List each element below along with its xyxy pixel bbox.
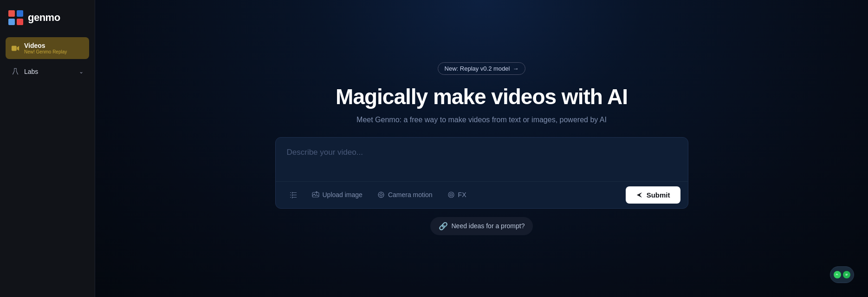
svg-rect-0 (8, 10, 15, 17)
svg-point-8 (380, 194, 382, 196)
send-icon (636, 191, 643, 198)
videos-nav-badge: New! Genmo Replay (24, 49, 67, 54)
chat-icon-2 (843, 271, 850, 278)
adjust-button[interactable] (283, 187, 304, 202)
submit-button[interactable]: Submit (626, 186, 680, 204)
sidebar-item-labs[interactable]: Labs ⌄ (6, 63, 89, 80)
svg-point-13 (845, 273, 849, 277)
sidebar: genmo Videos New! Genmo Replay Labs ⌄ (0, 0, 95, 297)
page-title: Magically make videos with AI (336, 84, 628, 109)
camera-motion-button[interactable]: Camera motion (371, 187, 439, 202)
logo-text: genmo (28, 12, 60, 24)
chevron-down-icon: ⌄ (79, 68, 84, 75)
labs-nav-label: Labs (24, 68, 38, 75)
upload-image-label: Upload image (323, 191, 363, 198)
chat-icon-1 (834, 271, 841, 278)
camera-motion-icon (377, 191, 385, 198)
chat-widget[interactable] (830, 266, 854, 283)
video-icon (11, 44, 19, 53)
genmo-logo-icon (7, 9, 24, 26)
upload-image-icon (312, 191, 319, 198)
labs-nav-left: Labs (11, 67, 38, 76)
input-container: Upload image Camera motion FX (275, 137, 688, 209)
toolbar: Upload image Camera motion FX (276, 181, 688, 208)
camera-motion-label: Camera motion (388, 191, 433, 198)
videos-nav-label: Videos (24, 42, 67, 49)
svg-rect-3 (17, 19, 23, 25)
badge-arrow: → (512, 65, 518, 72)
videos-nav-content: Videos New! Genmo Replay (24, 42, 67, 54)
fx-label: FX (458, 191, 466, 198)
svg-rect-4 (12, 46, 17, 51)
new-model-badge[interactable]: New: Replay v0.2 model → (438, 62, 526, 75)
svg-rect-2 (8, 19, 15, 25)
upload-image-button[interactable]: Upload image (305, 187, 369, 202)
svg-rect-1 (17, 10, 23, 17)
main-content: New: Replay v0.2 model → Magically make … (95, 0, 868, 297)
page-subtitle: Meet Genmo: a free way to make videos fr… (356, 116, 607, 124)
fx-icon (447, 191, 455, 198)
prompt-helper-button[interactable]: 🔗 Need ideas for a prompt? (430, 217, 533, 235)
new-model-badge-text: New: Replay v0.2 model (445, 65, 510, 72)
sliders-icon (290, 191, 297, 198)
svg-point-11 (451, 194, 452, 195)
submit-label: Submit (647, 191, 670, 199)
logo[interactable]: genmo (6, 7, 89, 33)
lightbulb-icon: 🔗 (439, 222, 448, 231)
video-description-input[interactable] (276, 138, 688, 179)
prompt-helper-text: Need ideas for a prompt? (452, 222, 525, 230)
sidebar-item-videos[interactable]: Videos New! Genmo Replay (6, 37, 89, 59)
flask-icon (11, 67, 19, 76)
fx-button[interactable]: FX (441, 187, 473, 202)
